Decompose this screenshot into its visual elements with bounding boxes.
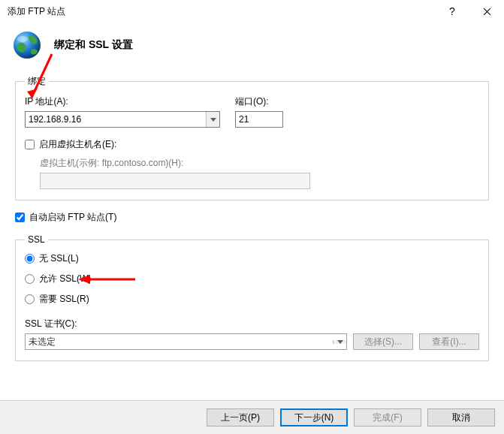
next-button[interactable]: 下一步(N) xyxy=(280,408,348,426)
ssl-select-button: 选择(S)... xyxy=(353,333,413,350)
wizard-footer: 上一页(P) 下一步(N) 完成(F) 取消 xyxy=(0,400,504,434)
ip-address-label: IP 地址(A): xyxy=(25,95,220,108)
close-button[interactable] xyxy=(469,0,504,23)
ssl-cert-label: SSL 证书(C): xyxy=(25,318,77,330)
vhost-input xyxy=(40,173,310,189)
enable-vhost-label: 启用虚拟主机名(E): xyxy=(39,138,116,151)
ip-address-input[interactable] xyxy=(26,112,206,127)
ssl-allow-radio[interactable] xyxy=(25,274,35,284)
ssl-cert-combo[interactable]: 未选定 xyxy=(25,333,347,350)
page-title: 绑定和 SSL 设置 xyxy=(54,38,133,52)
port-label: 端口(O): xyxy=(235,95,283,108)
help-button[interactable]: ? xyxy=(435,0,469,23)
auto-start-checkbox[interactable] xyxy=(15,212,25,222)
globe-icon xyxy=(12,30,42,60)
ssl-allow-label: 允许 SSL(W) xyxy=(39,273,91,285)
port-input[interactable] xyxy=(235,111,283,128)
finish-button: 完成(F) xyxy=(354,408,421,426)
auto-start-label: 自动启动 FTP 站点(T) xyxy=(29,211,116,224)
ssl-require-radio[interactable] xyxy=(25,294,35,304)
wizard-header: 绑定和 SSL 设置 xyxy=(0,23,504,75)
ssl-group: SSL 无 SSL(L) 允许 SSL(W) 需要 SSL(R) SSL 证书(… xyxy=(15,234,489,361)
chevron-down-icon xyxy=(210,118,216,122)
enable-vhost-checkbox[interactable] xyxy=(25,140,35,149)
ssl-cert-dropdown-button[interactable] xyxy=(333,340,346,344)
ip-dropdown-button[interactable] xyxy=(206,112,219,127)
window-titlebar: 添加 FTP 站点 ? xyxy=(0,0,504,23)
close-icon xyxy=(483,8,491,16)
ssl-cert-value: 未选定 xyxy=(26,336,333,348)
prev-button[interactable]: 上一页(P) xyxy=(207,408,274,426)
ssl-require-label: 需要 SSL(R) xyxy=(39,293,89,306)
ssl-view-button: 查看(I)... xyxy=(419,333,479,350)
window-title: 添加 FTP 站点 xyxy=(8,5,435,18)
binding-group: 绑定 IP 地址(A): 端口(O): 启用虚拟主机名(E): 虚拟主机(示 xyxy=(15,75,489,200)
cancel-button[interactable]: 取消 xyxy=(427,408,495,426)
svg-point-1 xyxy=(17,36,28,42)
ssl-legend: SSL xyxy=(25,234,48,245)
ssl-none-radio[interactable] xyxy=(25,254,35,264)
binding-legend: 绑定 xyxy=(25,75,49,88)
ssl-none-label: 无 SSL(L) xyxy=(39,252,79,265)
chevron-down-icon xyxy=(337,340,343,344)
vhost-sub-label: 虚拟主机(示例: ftp.contoso.com)(H): xyxy=(40,157,479,170)
ip-address-combo[interactable] xyxy=(25,111,220,128)
